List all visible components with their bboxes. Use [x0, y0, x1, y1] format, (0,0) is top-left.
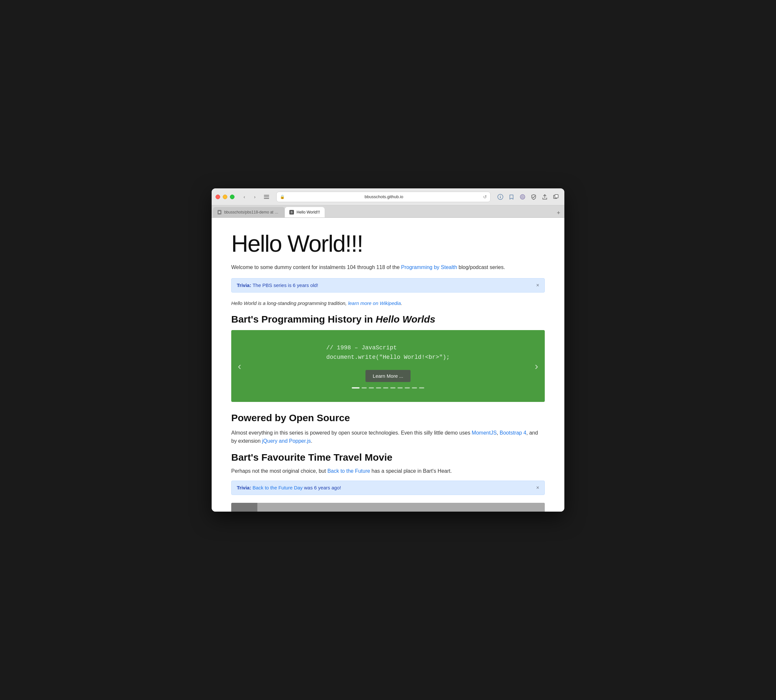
carousel-next-button[interactable]: › [531, 357, 542, 375]
carousel-dot-10[interactable] [419, 387, 424, 388]
trivia2-content: Trivia:Back to the Future Day was 6 year… [237, 485, 341, 490]
url-text: bbusschots.github.io [287, 194, 481, 199]
toolbar-icons [496, 192, 561, 202]
section1-title-prefix: Bart's Programming History in [231, 314, 375, 325]
svg-point-14 [219, 211, 220, 213]
carousel-dot-1[interactable] [352, 387, 360, 388]
maximize-button[interactable] [230, 195, 235, 199]
fingerprint-icon-button[interactable] [518, 192, 527, 202]
thumbnail-1 [231, 503, 257, 512]
thumbnail-strip [231, 503, 545, 512]
bootstrap-link[interactable]: Bootstrap 4 [500, 430, 526, 435]
hello-world-suffix: is a long-standing programming tradition… [257, 300, 348, 306]
carousel-dot-4[interactable] [376, 387, 381, 388]
tab1-label: bbusschots/pbs118-demo at v2.12.1 [224, 210, 280, 215]
svg-point-4 [500, 195, 501, 196]
section3-prefix: Perhaps not the most original choice, bu… [231, 468, 327, 474]
svg-line-10 [533, 196, 535, 198]
page-content: Hello World!!! Welcome to some dummy con… [212, 218, 564, 512]
section2-comma: , [497, 430, 498, 435]
tab2-label: Hello World!!! [297, 210, 320, 215]
trivia2-suffix: was 6 years ago! [303, 485, 341, 490]
bttf-day-link[interactable]: Back to the Future Day [252, 485, 302, 490]
tab-1[interactable]: bbusschots/pbs118-demo at v2.12.1 [213, 207, 285, 217]
traffic-lights [215, 195, 235, 199]
intro-suffix: blog/podcast series. [457, 265, 505, 270]
sidebar-toggle-button[interactable] [262, 192, 271, 202]
intro-text: Welcome to some dummy content for instal… [231, 265, 401, 270]
new-tab-button[interactable]: + [554, 208, 563, 217]
section2-period: . [311, 438, 312, 444]
wikipedia-link[interactable]: learn more on Wikipedia [348, 300, 401, 306]
lock-icon: 🔒 [280, 195, 285, 199]
carousel-dot-6[interactable] [390, 387, 396, 388]
shield-icon-button[interactable] [529, 192, 538, 202]
forward-button[interactable]: › [250, 192, 259, 202]
bookmark-icon-button[interactable] [507, 192, 516, 202]
carousel-code: // 1998 – JavaScript document.write("Hel… [326, 343, 450, 362]
carousel-dot-7[interactable] [397, 387, 403, 388]
new-window-icon-button[interactable] [551, 192, 561, 202]
section3-suffix: has a special place in Bart's Heart. [370, 468, 452, 474]
share-icon-button[interactable] [540, 192, 549, 202]
jquery-link[interactable]: jQuery and Popper.js [262, 438, 310, 444]
bttf-link[interactable]: Back to the Future [327, 468, 370, 474]
momentjs-link[interactable]: MomentJS [472, 430, 496, 435]
tab1-favicon [217, 210, 222, 215]
tab2-favicon: B [289, 210, 294, 215]
section2-body: Almost everything in this series is powe… [231, 429, 545, 445]
trivia1-label: Trivia: [237, 282, 251, 288]
page-title: Hello World!!! [231, 231, 545, 257]
minimize-button[interactable] [223, 195, 227, 199]
section1-title: Bart's Programming History in Hello Worl… [231, 314, 545, 325]
carousel-indicators [352, 387, 424, 388]
hello-world-italic: Hello World [231, 300, 257, 306]
url-bar[interactable]: 🔒 bbusschots.github.io ↺ [276, 192, 491, 202]
info-icon-button[interactable] [496, 192, 505, 202]
trivia2-label: Trivia: [237, 485, 251, 490]
hello-world-blurb: Hello World is a long-standing programmi… [231, 300, 545, 306]
carousel: ‹ // 1998 – JavaScript document.write("H… [231, 330, 545, 402]
svg-rect-5 [500, 197, 501, 198]
svg-rect-2 [264, 198, 269, 199]
trivia2-close-button[interactable]: × [536, 485, 539, 491]
carousel-dot-5[interactable] [383, 387, 388, 388]
nav-buttons: ‹ › [240, 192, 259, 202]
reload-icon[interactable]: ↺ [483, 194, 487, 200]
carousel-prev-button[interactable]: ‹ [234, 357, 245, 375]
section3-title: Bart's Favourite Time Travel Movie [231, 452, 545, 463]
thumbnail-main [257, 503, 545, 512]
carousel-dot-3[interactable] [369, 387, 374, 388]
carousel-dot-2[interactable] [362, 387, 367, 388]
tab-bar: bbusschots/pbs118-demo at v2.12.1 B Hell… [212, 205, 564, 218]
trivia1-content: Trivia: The PBS series is 6 years old! [237, 282, 318, 288]
pbs-link[interactable]: Programming by Stealth [401, 265, 457, 270]
trivia-alert-1: Trivia: The PBS series is 6 years old! × [231, 278, 545, 293]
section1-title-em: Hello Worlds [375, 314, 436, 325]
svg-rect-0 [264, 195, 269, 195]
trivia1-text: The PBS series is 6 years old! [252, 282, 318, 288]
svg-rect-12 [555, 195, 558, 198]
learn-more-button[interactable]: Learn More ... [365, 370, 410, 382]
section3-body: Perhaps not the most original choice, bu… [231, 467, 545, 475]
svg-point-8 [522, 196, 523, 197]
wiki-period: . [401, 300, 402, 306]
section2-body-prefix: Almost everything in this series is powe… [231, 430, 472, 435]
section2-title: Powered by Open Source [231, 412, 545, 423]
title-bar: ‹ › 🔒 bbusschots.github.io ↺ [212, 188, 564, 205]
trivia-alert-2: Trivia:Back to the Future Day was 6 year… [231, 481, 545, 495]
carousel-dot-8[interactable] [405, 387, 410, 388]
carousel-dot-9[interactable] [412, 387, 417, 388]
browser-window: ‹ › 🔒 bbusschots.github.io ↺ [212, 188, 564, 512]
page-intro: Welcome to some dummy content for instal… [231, 263, 512, 272]
trivia1-close-button[interactable]: × [536, 282, 539, 288]
back-button[interactable]: ‹ [240, 192, 249, 202]
svg-rect-1 [264, 197, 269, 197]
tab-2[interactable]: B Hello World!!! [285, 207, 325, 217]
close-button[interactable] [215, 195, 220, 199]
